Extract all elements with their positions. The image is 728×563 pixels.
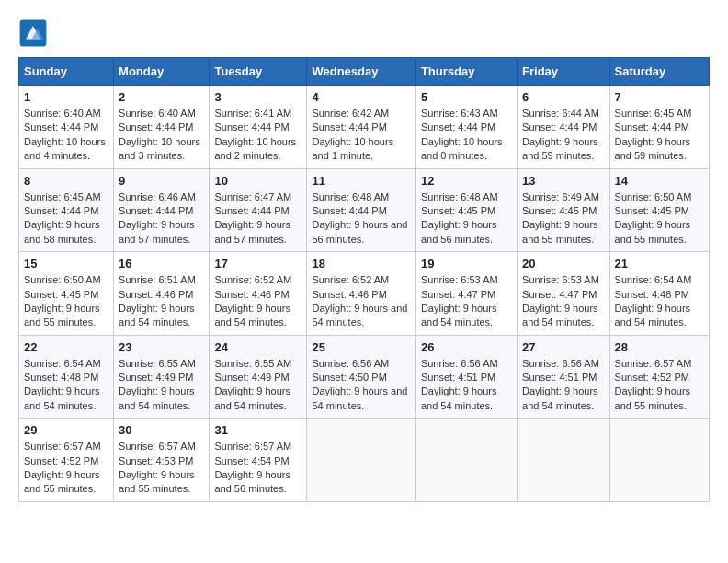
day-cell: 7 Sunrise: 6:45 AM Sunset: 4:44 PM Dayli… [609, 86, 709, 169]
day-cell: 6 Sunrise: 6:44 AM Sunset: 4:44 PM Dayli… [518, 86, 610, 169]
day-info: Sunrise: 6:55 AM Sunset: 4:49 PM Dayligh… [214, 357, 301, 414]
day-info: Sunrise: 6:40 AM Sunset: 4:44 PM Dayligh… [119, 107, 204, 164]
day-cell: 1 Sunrise: 6:40 AM Sunset: 4:44 PM Dayli… [19, 86, 114, 169]
day-number: 1 [24, 90, 108, 104]
day-info: Sunrise: 6:42 AM Sunset: 4:44 PM Dayligh… [312, 107, 410, 164]
logo [18, 18, 51, 48]
day-cell: 25 Sunrise: 6:56 AM Sunset: 4:50 PM Dayl… [307, 335, 415, 419]
week-row-5: 29 Sunrise: 6:57 AM Sunset: 4:52 PM Dayl… [19, 419, 710, 502]
day-cell: 21 Sunrise: 6:54 AM Sunset: 4:48 PM Dayl… [609, 252, 709, 336]
day-number: 27 [522, 340, 605, 354]
day-info: Sunrise: 6:52 AM Sunset: 4:46 PM Dayligh… [312, 273, 410, 330]
day-cell: 12 Sunrise: 6:48 AM Sunset: 4:45 PM Dayl… [415, 168, 517, 252]
day-number: 19 [421, 257, 512, 270]
day-cell: 14 Sunrise: 6:50 AM Sunset: 4:45 PM Dayl… [609, 168, 709, 252]
day-cell: 3 Sunrise: 6:41 AM Sunset: 4:44 PM Dayli… [210, 86, 307, 169]
day-cell: 30 Sunrise: 6:57 AM Sunset: 4:53 PM Dayl… [114, 419, 210, 502]
day-number: 6 [522, 90, 605, 104]
day-cell [609, 419, 709, 502]
day-cell: 13 Sunrise: 6:49 AM Sunset: 4:45 PM Dayl… [518, 168, 610, 252]
day-info: Sunrise: 6:44 AM Sunset: 4:44 PM Dayligh… [522, 107, 605, 164]
week-row-1: 1 Sunrise: 6:40 AM Sunset: 4:44 PM Dayli… [19, 86, 710, 169]
week-row-3: 15 Sunrise: 6:50 AM Sunset: 4:45 PM Dayl… [19, 252, 710, 336]
day-cell: 10 Sunrise: 6:47 AM Sunset: 4:44 PM Dayl… [210, 168, 307, 252]
calendar-body: 1 Sunrise: 6:40 AM Sunset: 4:44 PM Dayli… [19, 86, 710, 502]
day-cell: 17 Sunrise: 6:52 AM Sunset: 4:46 PM Dayl… [210, 252, 307, 336]
calendar-table: SundayMondayTuesdayWednesdayThursdayFrid… [18, 57, 710, 502]
day-number: 14 [615, 174, 704, 188]
day-info: Sunrise: 6:53 AM Sunset: 4:47 PM Dayligh… [421, 273, 512, 330]
day-number: 7 [615, 90, 704, 104]
day-info: Sunrise: 6:45 AM Sunset: 4:44 PM Dayligh… [24, 190, 108, 247]
day-info: Sunrise: 6:54 AM Sunset: 4:48 PM Dayligh… [615, 273, 704, 330]
day-number: 17 [214, 257, 301, 270]
day-number: 15 [24, 257, 108, 270]
day-number: 12 [421, 174, 512, 188]
day-number: 16 [119, 257, 204, 270]
day-info: Sunrise: 6:49 AM Sunset: 4:45 PM Dayligh… [522, 190, 605, 247]
header-cell-friday: Friday [518, 58, 610, 86]
day-info: Sunrise: 6:57 AM Sunset: 4:53 PM Dayligh… [119, 440, 204, 497]
logo-icon [18, 18, 48, 48]
day-cell: 28 Sunrise: 6:57 AM Sunset: 4:52 PM Dayl… [609, 335, 709, 419]
header-cell-monday: Monday [114, 58, 210, 86]
day-cell: 11 Sunrise: 6:48 AM Sunset: 4:44 PM Dayl… [307, 168, 415, 252]
day-cell: 23 Sunrise: 6:55 AM Sunset: 4:49 PM Dayl… [114, 335, 210, 419]
day-cell: 22 Sunrise: 6:54 AM Sunset: 4:48 PM Dayl… [19, 335, 114, 419]
day-info: Sunrise: 6:57 AM Sunset: 4:54 PM Dayligh… [214, 440, 301, 497]
day-info: Sunrise: 6:50 AM Sunset: 4:45 PM Dayligh… [24, 273, 108, 330]
day-number: 28 [615, 340, 704, 354]
day-cell: 26 Sunrise: 6:56 AM Sunset: 4:51 PM Dayl… [415, 335, 517, 419]
day-cell: 4 Sunrise: 6:42 AM Sunset: 4:44 PM Dayli… [307, 86, 415, 169]
day-info: Sunrise: 6:48 AM Sunset: 4:45 PM Dayligh… [421, 190, 512, 247]
day-info: Sunrise: 6:40 AM Sunset: 4:44 PM Dayligh… [24, 107, 108, 164]
header-row: SundayMondayTuesdayWednesdayThursdayFrid… [19, 58, 710, 86]
day-info: Sunrise: 6:56 AM Sunset: 4:50 PM Dayligh… [312, 357, 410, 414]
day-number: 10 [214, 174, 301, 188]
day-number: 5 [421, 90, 512, 104]
day-cell [518, 419, 610, 502]
day-number: 20 [522, 257, 605, 270]
day-cell: 16 Sunrise: 6:51 AM Sunset: 4:46 PM Dayl… [114, 252, 210, 336]
day-info: Sunrise: 6:57 AM Sunset: 4:52 PM Dayligh… [615, 357, 704, 414]
day-number: 23 [119, 340, 204, 354]
day-cell [415, 419, 517, 502]
day-number: 3 [214, 90, 301, 104]
page-header [18, 18, 710, 48]
day-info: Sunrise: 6:53 AM Sunset: 4:47 PM Dayligh… [522, 273, 605, 330]
day-number: 29 [24, 423, 108, 437]
week-row-2: 8 Sunrise: 6:45 AM Sunset: 4:44 PM Dayli… [19, 168, 710, 252]
day-info: Sunrise: 6:54 AM Sunset: 4:48 PM Dayligh… [24, 357, 108, 414]
day-info: Sunrise: 6:47 AM Sunset: 4:44 PM Dayligh… [214, 190, 301, 247]
day-info: Sunrise: 6:57 AM Sunset: 4:52 PM Dayligh… [24, 440, 108, 497]
day-cell: 27 Sunrise: 6:56 AM Sunset: 4:51 PM Dayl… [518, 335, 610, 419]
day-cell: 29 Sunrise: 6:57 AM Sunset: 4:52 PM Dayl… [19, 419, 114, 502]
day-number: 22 [24, 340, 108, 354]
day-number: 24 [214, 340, 301, 354]
day-number: 13 [522, 174, 605, 188]
week-row-4: 22 Sunrise: 6:54 AM Sunset: 4:48 PM Dayl… [19, 335, 710, 419]
day-info: Sunrise: 6:45 AM Sunset: 4:44 PM Dayligh… [615, 107, 704, 164]
header-cell-thursday: Thursday [415, 58, 517, 86]
day-cell: 24 Sunrise: 6:55 AM Sunset: 4:49 PM Dayl… [210, 335, 307, 419]
day-cell: 2 Sunrise: 6:40 AM Sunset: 4:44 PM Dayli… [114, 86, 210, 169]
header-cell-saturday: Saturday [609, 58, 709, 86]
day-cell: 15 Sunrise: 6:50 AM Sunset: 4:45 PM Dayl… [19, 252, 114, 336]
day-info: Sunrise: 6:48 AM Sunset: 4:44 PM Dayligh… [312, 190, 410, 247]
day-number: 30 [119, 423, 204, 437]
day-number: 25 [312, 340, 410, 354]
day-cell: 9 Sunrise: 6:46 AM Sunset: 4:44 PM Dayli… [114, 168, 210, 252]
header-cell-sunday: Sunday [19, 58, 114, 86]
day-number: 9 [119, 174, 204, 188]
day-info: Sunrise: 6:43 AM Sunset: 4:44 PM Dayligh… [421, 107, 512, 164]
day-cell: 18 Sunrise: 6:52 AM Sunset: 4:46 PM Dayl… [307, 252, 415, 336]
day-info: Sunrise: 6:46 AM Sunset: 4:44 PM Dayligh… [119, 190, 204, 247]
day-number: 31 [214, 423, 301, 437]
day-info: Sunrise: 6:51 AM Sunset: 4:46 PM Dayligh… [119, 273, 204, 330]
day-cell: 31 Sunrise: 6:57 AM Sunset: 4:54 PM Dayl… [210, 419, 307, 502]
day-cell: 20 Sunrise: 6:53 AM Sunset: 4:47 PM Dayl… [518, 252, 610, 336]
day-number: 26 [421, 340, 512, 354]
day-info: Sunrise: 6:41 AM Sunset: 4:44 PM Dayligh… [214, 107, 301, 164]
day-info: Sunrise: 6:56 AM Sunset: 4:51 PM Dayligh… [522, 357, 605, 414]
calendar-header: SundayMondayTuesdayWednesdayThursdayFrid… [19, 58, 710, 86]
